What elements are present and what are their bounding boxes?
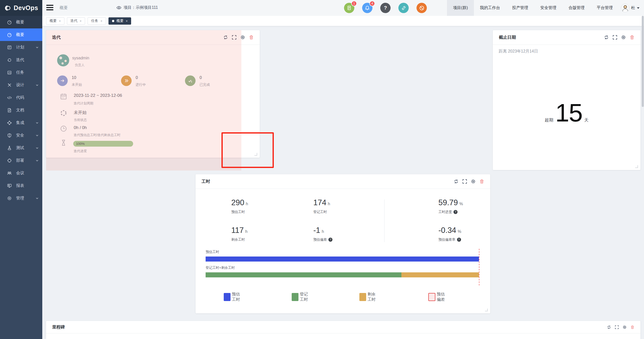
card-resize-handle[interactable] (635, 165, 638, 168)
project-selector[interactable]: 项目：示例项目111 (116, 5, 158, 10)
project-label: 项目：示例项目111 (124, 5, 158, 10)
deadline-card-header: 截止日期 (493, 30, 640, 45)
tasks-icon (7, 70, 12, 75)
app-logo[interactable]: DevOps (0, 0, 42, 16)
refresh-icon[interactable] (454, 179, 459, 184)
stat-deviation-rate: -0.34% 预估偏差率? (438, 226, 461, 242)
target-icon (7, 158, 12, 163)
gauge-icon (7, 20, 12, 25)
logged-remaining-bar (206, 272, 480, 277)
links-button[interactable] (398, 3, 409, 13)
card-actions (607, 325, 634, 329)
restricted-button[interactable] (416, 3, 427, 13)
sidebar-item-integration[interactable]: 集成 (0, 116, 42, 129)
stat-logged-hours: 174h 登记工时 (313, 198, 330, 214)
gear-icon[interactable] (471, 179, 476, 184)
notifications-badge: 4 (369, 1, 375, 6)
sidebar-item-testing[interactable]: 测试 (0, 142, 42, 154)
help-icon[interactable]: ? (328, 238, 332, 242)
bell-icon (365, 5, 370, 11)
legend-estimate-deviation[interactable]: 预估偏差 (428, 292, 446, 302)
nav-platform-mgmt[interactable]: 平台管理 (591, 0, 619, 16)
stat-estimated-hours: 290h 预估工时 (231, 198, 248, 214)
notifications-button[interactable]: 4 (362, 3, 372, 13)
sidebar-item-design[interactable]: 设计 (0, 79, 42, 91)
sidebar-item-meetings[interactable]: 会议 (0, 167, 42, 179)
nav-production-mgmt[interactable]: 投产管理 (506, 0, 534, 16)
trash-icon[interactable] (249, 35, 254, 40)
deadline-distance-text: 距离 2023年12月14日 (499, 49, 538, 54)
document-icon (7, 108, 12, 113)
nav-security-mgmt[interactable]: 安全管理 (534, 0, 562, 16)
tab-close-icon[interactable]: × (80, 19, 82, 23)
trash-icon[interactable] (630, 35, 634, 40)
refresh-icon[interactable] (604, 35, 609, 40)
tab-overview-active[interactable]: 概要× (108, 17, 131, 25)
people-icon (7, 171, 12, 176)
help-icon[interactable]: ? (457, 238, 461, 242)
trash-icon[interactable] (479, 179, 484, 184)
documents-badge: 1 (351, 1, 357, 6)
card-actions (454, 179, 484, 184)
tab-overview-1[interactable]: 概要× (46, 17, 64, 25)
stat-estimate-deviation: -1h 预估偏差? (313, 226, 332, 242)
legend-remaining-hours[interactable]: 剩余工时 (359, 292, 377, 302)
active-dot-icon (112, 20, 114, 22)
code-icon (7, 95, 12, 100)
sidebar-item-docs[interactable]: 文档 (0, 104, 42, 116)
scrollbar-thumb[interactable] (642, 16, 644, 107)
legend-estimated-hours[interactable]: 预估工时 (224, 292, 241, 302)
nav-projects[interactable]: 项目(群) (447, 0, 474, 16)
help-icon[interactable]: ? (453, 210, 458, 214)
gear-icon[interactable] (623, 325, 627, 329)
breadcrumb: 概要 (60, 5, 68, 11)
header-icon-row: 1 4 ? (344, 3, 427, 13)
chevron-down-icon (35, 134, 39, 137)
hours-bar-chart: 预估工时 登记工时+剩余工时 (206, 250, 480, 281)
sidebar-item-overview-root[interactable]: 概要 (0, 16, 42, 28)
chevron-down-icon (35, 121, 39, 124)
card-title: 截止日期 (499, 34, 516, 40)
devops-logo-icon (4, 5, 12, 11)
sidebar-item-reports[interactable]: 报表 (0, 179, 42, 192)
sidebar-item-tasks[interactable]: 任务 (0, 66, 42, 79)
gear-icon[interactable] (621, 35, 626, 40)
sidebar-item-admin[interactable]: 管理 (0, 192, 42, 204)
fullscreen-icon[interactable] (615, 325, 619, 329)
fullscreen-icon[interactable] (462, 179, 467, 184)
stat-remaining-hours: 117h 剩余工时 (231, 226, 247, 242)
help-button[interactable]: ? (380, 3, 391, 13)
eye-icon (116, 5, 122, 10)
chevron-down-icon (35, 83, 39, 87)
nav-release-mgmt[interactable]: 合版管理 (562, 0, 591, 16)
legend-swatch (359, 293, 366, 301)
sidebar-item-security[interactable]: 安全 (0, 129, 42, 142)
fullscreen-icon[interactable] (613, 35, 617, 40)
sidebar-item-deploy[interactable]: 部署 (0, 154, 42, 167)
hours-card: 工时 290h 预估工时 174h 登记工时 59.79% 工时进度? 117h… (196, 174, 490, 313)
sidebar-item-plan[interactable]: 计划 (0, 41, 42, 54)
tab-close-icon[interactable]: × (100, 19, 102, 23)
trash-icon[interactable] (630, 325, 634, 329)
tab-close-icon[interactable]: × (126, 19, 128, 23)
app-logo-text: DevOps (14, 4, 38, 12)
deadline-card: 截止日期 距离 2023年12月14日 超期 15 天 (493, 30, 640, 170)
menu-toggle-button[interactable] (46, 5, 53, 11)
user-menu[interactable]: 杜 (619, 0, 644, 16)
legend-logged-hours[interactable]: 登记工时 (292, 292, 309, 302)
refresh-icon[interactable] (607, 325, 611, 329)
tab-iteration[interactable]: 迭代× (67, 17, 85, 25)
page-scrollbar (642, 16, 644, 339)
link-icon (401, 5, 406, 11)
tab-close-icon[interactable]: × (59, 19, 61, 23)
design-icon (7, 83, 12, 88)
nav-my-workbench[interactable]: 我的工作台 (474, 0, 506, 16)
legend-swatch (428, 293, 435, 301)
chevron-down-icon (35, 197, 39, 200)
sidebar-item-overview[interactable]: 概要 (0, 28, 42, 41)
sidebar-item-code[interactable]: 代码 (0, 91, 42, 104)
documents-button[interactable]: 1 (344, 3, 354, 13)
tab-tasks[interactable]: 任务× (88, 17, 106, 25)
card-resize-handle[interactable] (485, 309, 488, 311)
sidebar-item-iteration[interactable]: 迭代 (0, 54, 42, 66)
